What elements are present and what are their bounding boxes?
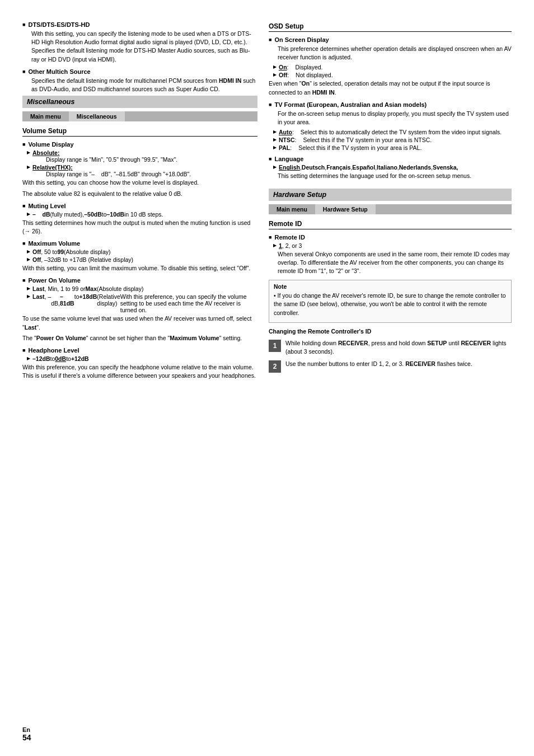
power-vol-bullet2: Last, – dB, –81dB to +18dB (Relative dis… xyxy=(27,293,257,313)
step-1-row: 1 While holding down RECEIVER, press and… xyxy=(269,339,512,356)
on-screen-body: This preference determines whether opera… xyxy=(278,45,512,62)
step-2-content: Use the number buttons to enter ID 1, 2,… xyxy=(285,360,512,368)
on-screen-note: Even when "On" is selected, operation de… xyxy=(269,79,512,96)
remote-id-note-box: Note • If you do change the AV receiver'… xyxy=(269,280,512,323)
step-1-content: While holding down RECEIVER, press and h… xyxy=(285,339,512,356)
headphone-bullet: –12dB to 0dB to +12dB xyxy=(27,355,257,362)
miscellaneous-header: Miscellaneous xyxy=(22,96,257,108)
auto-bullet: Auto:Select this to automatically detect… xyxy=(273,129,512,135)
tv-format-body: For the on-screen setup menus to display… xyxy=(278,110,512,126)
note-title: Note xyxy=(274,283,507,290)
power-on-volume-header: Power On Volume xyxy=(22,277,257,284)
remote-id-bullet: 1, 2, or 3 xyxy=(273,242,512,249)
breadcrumb-main: Main menu xyxy=(22,111,69,121)
page-footer: En 54 xyxy=(22,726,31,742)
volume-setup-title: Volume Setup xyxy=(22,127,257,137)
step-2-row: 2 Use the number buttons to enter ID 1, … xyxy=(269,360,512,373)
remote-id-title: Remote ID xyxy=(269,220,512,229)
language-desc: This setting determines the language use… xyxy=(278,172,512,180)
ntsc-bullet: NTSC:Select this if the TV system in you… xyxy=(273,137,512,143)
volume-display-desc1: With this setting, you can choose how th… xyxy=(22,179,257,187)
left-column: DTS/DTS-ES/DTS-HD With this setting, you… xyxy=(22,17,257,739)
right-column: OSD Setup On Screen Display This prefere… xyxy=(269,17,512,739)
absolute-bullet: Absolute: Display range is "Min", "0.5" … xyxy=(27,149,257,163)
hardware-setup-section-header: Hardware Setup xyxy=(269,189,512,201)
muting-bullet: – dB (fully muted), –50dB to –10dB in 10… xyxy=(27,211,257,218)
headphone-level-header: Headphone Level xyxy=(22,347,257,354)
power-vol-bullet1: Last, Min, 1 to 99 or Max (Absolute disp… xyxy=(27,285,257,292)
max-volume-desc: With this setting, you can limit the max… xyxy=(22,264,257,273)
remote-id-body: When several Onkyo components are used i… xyxy=(278,250,512,276)
tv-format-header: TV Format (European, Australian and Asia… xyxy=(269,101,512,108)
osd-setup-title: OSD Setup xyxy=(269,22,512,32)
dts-header: DTS/DTS-ES/DTS-HD xyxy=(22,21,257,28)
max-vol-bullet2: Off, –32dB to +17dB (Relative display) xyxy=(27,256,257,263)
volume-display-desc2: The absolute value 82 is equivalent to t… xyxy=(22,190,257,198)
page: DTS/DTS-ES/DTS-HD With this setting, you… xyxy=(0,0,534,756)
hw-breadcrumb-hw: Hardware Setup xyxy=(315,204,376,214)
power-vol-desc1: To use the same volume level that was us… xyxy=(22,314,257,331)
relative-bullet: Relative(THX): Display range is "– dB", … xyxy=(27,164,257,177)
page-number: 54 xyxy=(22,733,31,742)
step-1-num: 1 xyxy=(269,340,281,352)
off-bullet: Off:Not displayed. xyxy=(273,72,512,78)
muting-level-header: Muting Level xyxy=(22,203,257,209)
changing-title: Changing the Remote Controller's ID xyxy=(269,327,512,336)
dts-body: With this setting, you can specify the l… xyxy=(31,30,257,64)
on-screen-display-header: On Screen Display xyxy=(269,36,512,43)
remote-id-header: Remote ID xyxy=(269,234,512,241)
on-bullet: On:Displayed. xyxy=(273,64,512,71)
volume-display-header: Volume Display xyxy=(22,141,257,148)
max-volume-header: Maximum Volume xyxy=(22,240,257,247)
pal-bullet: PAL:Select this if the TV system in your… xyxy=(273,144,512,151)
breadcrumb-misc: Miscellaneous xyxy=(69,111,125,121)
other-multich-body: Specifies the default listening mode for… xyxy=(31,77,257,93)
hw-breadcrumb-main: Main menu xyxy=(269,204,315,214)
language-options: English, Deutsch, Français, Español, Ita… xyxy=(273,164,512,171)
note-text: • If you do change the AV receiver's rem… xyxy=(274,292,507,317)
muting-desc: This setting determines how much the out… xyxy=(22,219,257,236)
miscellaneous-breadcrumb: Main menu Miscellaneous xyxy=(22,111,257,121)
hardware-breadcrumb: Main menu Hardware Setup xyxy=(269,204,512,214)
step-2-num: 2 xyxy=(269,360,281,373)
language-header: Language xyxy=(269,156,512,162)
power-vol-desc2: The "Power On Volume" cannot be set high… xyxy=(22,334,257,342)
page-lang: En xyxy=(22,726,31,733)
headphone-desc: With this preference, you can specify th… xyxy=(22,363,257,380)
max-vol-bullet1: Off, 50 to 99 (Absolute display) xyxy=(27,248,257,255)
other-multich-header: Other Multich Source xyxy=(22,68,257,75)
